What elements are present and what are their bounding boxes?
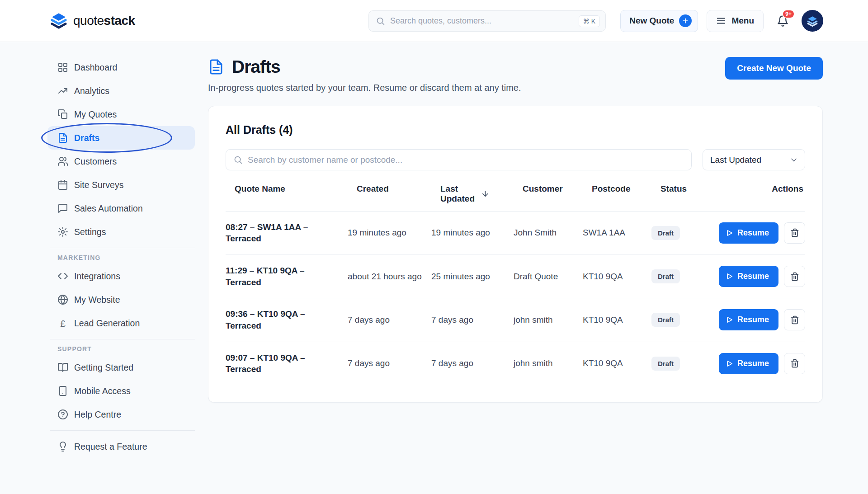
created-cell: 7 days ago bbox=[348, 358, 431, 368]
sidebar-item-dashboard[interactable]: Dashboard bbox=[47, 56, 195, 79]
page-title: Drafts bbox=[232, 57, 280, 77]
sidebar-section-support: SUPPORT bbox=[57, 345, 195, 353]
status-badge: Draft bbox=[651, 357, 680, 371]
drafts-table-body: 08:27 – SW1A 1AA – Terraced 19 minutes a… bbox=[226, 212, 805, 385]
notification-count-badge: 9+ bbox=[782, 9, 795, 19]
global-search-input[interactable] bbox=[390, 16, 574, 26]
notifications-button[interactable]: 9+ bbox=[772, 10, 793, 31]
sidebar-item-label: Help Centre bbox=[74, 409, 121, 420]
last-updated-cell: 7 days ago bbox=[431, 358, 514, 368]
sidebar-item-my-quotes[interactable]: My Quotes bbox=[47, 103, 195, 126]
play-icon bbox=[726, 229, 733, 237]
drafts-page-icon bbox=[208, 59, 224, 75]
sidebar-item-label: Drafts bbox=[74, 133, 99, 143]
search-icon bbox=[233, 155, 243, 165]
postcode-cell: KT10 9QA bbox=[583, 272, 651, 282]
sidebar-item-getting-started[interactable]: Getting Started bbox=[47, 356, 195, 379]
sidebar-item-lead-generation[interactable]: £ Lead Generation bbox=[47, 311, 195, 335]
sidebar-item-label: My Quotes bbox=[74, 109, 117, 120]
status-badge: Draft bbox=[651, 269, 680, 283]
new-quote-label: New Quote bbox=[629, 16, 674, 26]
global-search[interactable]: ⌘ K bbox=[368, 10, 606, 32]
smartphone-icon bbox=[57, 386, 68, 396]
logo[interactable]: quotestack bbox=[50, 12, 135, 30]
table-row: 08:27 – SW1A 1AA – Terraced 19 minutes a… bbox=[226, 212, 805, 255]
resume-button[interactable]: Resume bbox=[719, 353, 778, 374]
sidebar-item-label: Getting Started bbox=[74, 362, 133, 373]
drafts-search-input[interactable] bbox=[248, 155, 684, 165]
resume-button[interactable]: Resume bbox=[719, 266, 778, 287]
sidebar-item-integrations[interactable]: Integrations bbox=[47, 264, 195, 288]
sidebar-item-analytics[interactable]: Analytics bbox=[47, 79, 195, 103]
hamburger-icon bbox=[716, 16, 726, 26]
sidebar-item-label: Mobile Access bbox=[74, 386, 131, 396]
last-updated-cell: 7 days ago bbox=[431, 315, 514, 325]
trending-up-icon bbox=[57, 85, 68, 96]
globe-icon bbox=[57, 294, 68, 305]
created-cell: 7 days ago bbox=[348, 315, 431, 325]
delete-button[interactable] bbox=[784, 309, 805, 330]
sort-dropdown[interactable]: Last Updated bbox=[703, 149, 805, 170]
column-header-customer[interactable]: Customer bbox=[523, 184, 592, 194]
header-actions: New Quote Menu 9+ bbox=[620, 10, 823, 32]
column-header-status[interactable]: Status bbox=[660, 184, 714, 194]
status-badge: Draft bbox=[651, 313, 680, 327]
delete-button[interactable] bbox=[784, 353, 805, 374]
menu-label: Menu bbox=[731, 16, 754, 26]
resume-button[interactable]: Resume bbox=[719, 222, 778, 244]
sidebar-item-my-website[interactable]: My Website bbox=[47, 288, 195, 311]
chat-icon bbox=[57, 203, 68, 214]
dashboard-icon bbox=[57, 62, 68, 73]
drafts-card: All Drafts (4) Last Updated Quote Name C… bbox=[208, 106, 823, 403]
book-open-icon bbox=[57, 362, 68, 373]
status-badge: Draft bbox=[651, 226, 680, 240]
pound-icon: £ bbox=[57, 319, 68, 328]
sidebar-item-customers[interactable]: Customers bbox=[47, 150, 195, 173]
help-circle-icon bbox=[57, 409, 68, 420]
postcode-cell: KT10 9QA bbox=[583, 358, 651, 368]
sort-descending-icon bbox=[481, 189, 490, 198]
drafts-search[interactable] bbox=[226, 149, 692, 170]
sidebar-item-site-surveys[interactable]: Site Surveys bbox=[47, 173, 195, 197]
sidebar-item-help-centre[interactable]: Help Centre bbox=[47, 403, 195, 426]
resume-button[interactable]: Resume bbox=[719, 309, 778, 330]
sidebar-item-sales-automation[interactable]: Sales Automation bbox=[47, 197, 195, 220]
sidebar-item-request-a-feature[interactable]: Request a Feature bbox=[47, 435, 195, 458]
sidebar-item-label: Settings bbox=[74, 227, 106, 237]
sidebar-divider bbox=[50, 430, 195, 431]
resume-label: Resume bbox=[737, 272, 769, 281]
table-row: 09:07 – KT10 9QA – Terraced 7 days ago 7… bbox=[226, 342, 805, 385]
new-quote-button[interactable]: New Quote bbox=[620, 10, 698, 32]
column-header-postcode[interactable]: Postcode bbox=[592, 184, 660, 194]
sidebar-item-label: Dashboard bbox=[74, 62, 117, 73]
play-icon bbox=[726, 273, 733, 280]
trash-icon bbox=[790, 228, 799, 237]
sidebar-divider bbox=[50, 339, 195, 339]
avatar-stack-icon bbox=[807, 15, 818, 27]
app-header: quotestack ⌘ K New Quote Menu 9+ bbox=[0, 0, 868, 42]
sidebar-item-label: Integrations bbox=[74, 271, 120, 282]
gear-icon bbox=[57, 226, 68, 237]
column-header-last-updated[interactable]: Last Updated bbox=[440, 184, 523, 204]
trash-icon bbox=[790, 359, 799, 368]
delete-button[interactable] bbox=[784, 222, 805, 244]
sidebar-item-settings[interactable]: Settings bbox=[47, 220, 195, 244]
resume-label: Resume bbox=[737, 315, 769, 325]
column-header-created[interactable]: Created bbox=[357, 184, 440, 194]
avatar[interactable] bbox=[802, 10, 823, 32]
delete-button[interactable] bbox=[784, 266, 805, 287]
column-header-actions: Actions bbox=[714, 184, 805, 194]
table-row: 11:29 – KT10 9QA – Terraced about 21 hou… bbox=[226, 255, 805, 298]
customer-cell: john smith bbox=[514, 315, 583, 325]
last-updated-cell: 25 minutes ago bbox=[431, 272, 514, 282]
sidebar-section-marketing: MARKETING bbox=[57, 254, 195, 261]
sidebar-item-label: Lead Generation bbox=[74, 318, 140, 329]
trash-icon bbox=[790, 272, 799, 281]
create-new-quote-button[interactable]: Create New Quote bbox=[725, 57, 823, 80]
sidebar-item-label: Customers bbox=[74, 156, 117, 167]
sidebar-item-drafts[interactable]: Drafts bbox=[47, 126, 195, 150]
menu-button[interactable]: Menu bbox=[707, 10, 764, 32]
chevron-down-icon bbox=[789, 155, 798, 165]
drafts-table: Quote Name Created Last Updated Customer… bbox=[226, 184, 805, 385]
sidebar-item-mobile-access[interactable]: Mobile Access bbox=[47, 379, 195, 403]
